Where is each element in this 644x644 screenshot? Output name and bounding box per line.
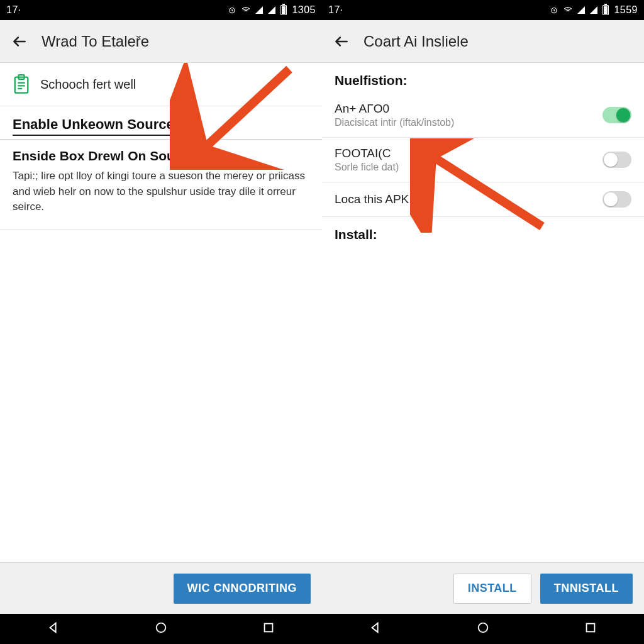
setting-subtitle: Diacisicat intir (iftak/instob) [335, 117, 602, 128]
status-bar: 17· 1559 [322, 0, 644, 20]
setting-title: An+ AΓO0 [335, 102, 602, 116]
svg-rect-7 [586, 624, 594, 632]
description-heading: Enside Box Drewl On Sourcer [13, 148, 309, 164]
setting-title: Loca this APK [335, 192, 602, 206]
signal-icon-2 [590, 6, 597, 14]
nav-back-icon[interactable] [369, 621, 382, 637]
setting-subtitle: Sorle ficle dat) [335, 162, 602, 173]
toggle-switch[interactable] [602, 152, 631, 168]
nav-recent-icon[interactable] [262, 621, 275, 637]
signal-icon [577, 6, 585, 14]
status-bar: 17· 1305 [0, 0, 322, 20]
status-time: 1305 [292, 4, 316, 16]
svg-point-6 [479, 623, 488, 633]
nav-home-icon[interactable] [154, 621, 168, 637]
status-left-text: 17· [6, 4, 21, 16]
primary-button[interactable]: TNNISTALL [540, 574, 633, 604]
toggle-switch[interactable] [602, 191, 631, 208]
install-button-label: INSTALL [468, 582, 517, 595]
setting-title: FOOTAI(C [335, 147, 602, 160]
document-icon [13, 74, 30, 94]
wifi-icon [564, 6, 572, 14]
app-bar: Coart Ai Insliele [322, 20, 644, 63]
back-icon[interactable] [333, 33, 350, 50]
section-heading: Install: [322, 217, 644, 247]
list-item[interactable]: Schooch fert well [0, 63, 322, 106]
left-screenshot: 17· 1305 Wrad To Etaleře Schooch fert [0, 0, 322, 644]
primary-button-label: WIC CNNODRITING [187, 582, 297, 595]
content-area: Nuelfistion: An+ AΓO0 Diacisicat intir (… [322, 63, 644, 562]
wifi-icon [242, 6, 250, 14]
svg-rect-4 [264, 624, 272, 632]
primary-button-label: TNNISTALL [554, 582, 619, 595]
nav-bar [0, 614, 322, 644]
nav-home-icon[interactable] [476, 621, 490, 637]
setting-row[interactable]: An+ AΓO0 Diacisicat intir (iftak/instob) [322, 93, 644, 138]
primary-button[interactable]: WIC CNNODRITING [174, 574, 311, 604]
nav-recent-icon[interactable] [584, 621, 597, 637]
list-item-label: Schooch fert well [40, 77, 136, 92]
battery-icon [280, 5, 287, 15]
page-title: Wrad To Etaleře [42, 33, 149, 50]
back-icon[interactable] [11, 33, 28, 50]
right-screenshot: 17· 1559 Coart Ai Insliele Nuelfistion: … [322, 0, 644, 644]
footer-bar: WIC CNNODRITING [0, 562, 322, 614]
signal-icon [255, 6, 263, 14]
description-block: Enside Box Drewl On Sourcer Tapi:; lire … [0, 140, 322, 230]
setting-row[interactable]: Loca this APK [322, 182, 644, 217]
section-heading: Nuelfistion: [322, 63, 644, 93]
page-title: Coart Ai Insliele [364, 33, 469, 50]
toggle-switch[interactable] [602, 107, 631, 123]
alarm-icon [228, 6, 236, 14]
nav-back-icon[interactable] [47, 621, 60, 637]
alarm-icon [550, 6, 558, 14]
install-button[interactable]: INSTALL [453, 574, 531, 604]
status-time: 1559 [614, 4, 638, 16]
section-heading: Enable Unkeown Sourcers [0, 106, 322, 140]
footer-bar: INSTALL TNNISTALL [322, 562, 644, 614]
app-bar: Wrad To Etaleře [0, 20, 322, 63]
battery-icon [602, 5, 609, 15]
signal-icon-2 [268, 6, 275, 14]
svg-point-3 [157, 623, 166, 633]
setting-row[interactable]: FOOTAI(C Sorle ficle dat) [322, 138, 644, 182]
description-body: Tapi:; lire opt lloy of kingi toure a su… [13, 169, 309, 215]
content-area: Schooch fert well Enable Unkeown Sourcer… [0, 63, 322, 562]
status-left-text: 17· [328, 4, 343, 16]
nav-bar [322, 614, 644, 644]
